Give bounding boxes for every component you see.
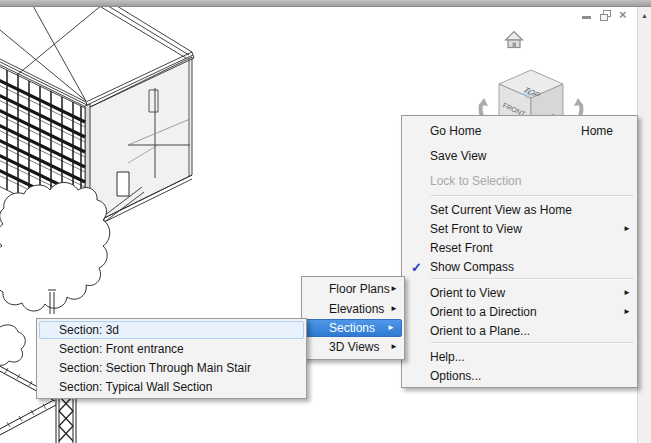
menu-item-orient-to-a-direction[interactable]: Orient to a Direction ►: [402, 302, 637, 321]
submenu-item-sections[interactable]: Sections ►: [304, 319, 402, 337]
menu-item-help[interactable]: Help...: [402, 347, 637, 366]
submenu-arrow-icon: ►: [623, 289, 631, 297]
menu-item-show-compass[interactable]: ✓ Show Compass: [402, 257, 637, 276]
submenu-arrow-icon: ►: [623, 308, 631, 316]
menu-separator: [430, 195, 634, 197]
submenu-item-section-front-entrance[interactable]: Section: Front entrance: [37, 339, 306, 358]
submenu-arrow-icon: ►: [390, 343, 398, 351]
submenu-item-section-typical-wall[interactable]: Section: Typical Wall Section: [37, 377, 306, 396]
scroll-up-icon[interactable]: ▲: [638, 7, 651, 19]
close-icon: ×: [619, 8, 627, 21]
close-button[interactable]: ×: [619, 10, 630, 21]
menu-item-set-front-to-view[interactable]: Set Front to View ►: [402, 219, 637, 238]
menu-item-orient-to-a-plane[interactable]: Orient to a Plane...: [402, 321, 637, 340]
menu-item-save-view[interactable]: Save View: [402, 143, 637, 168]
submenu-item-3d-views[interactable]: 3D Views ►: [302, 337, 404, 357]
menu-separator: [430, 278, 634, 280]
vertical-scrollbar[interactable]: ▲: [637, 7, 651, 443]
submenu-item-section-through-main-stair[interactable]: Section: Section Through Main Stair: [37, 358, 306, 377]
submenu-item-section-3d[interactable]: Section: 3d: [39, 321, 304, 339]
window-top-border: [0, 0, 651, 7]
minimize-icon: [582, 16, 591, 19]
submenu-item-floor-plans[interactable]: Floor Plans ►: [302, 279, 404, 299]
menu-item-reset-front[interactable]: Reset Front: [402, 238, 637, 257]
submenu-arrow-icon: ►: [390, 285, 398, 293]
application-window: TOP FRONT RIGHT × ▲ Go Home Home Save Vi…: [0, 0, 651, 443]
sections-submenu: Section: 3d Section: Front entrance Sect…: [36, 318, 307, 399]
submenu-arrow-icon: ►: [390, 305, 398, 313]
restore-button[interactable]: [600, 10, 611, 21]
view-window-controls: ×: [581, 10, 630, 21]
submenu-item-elevations[interactable]: Elevations ►: [302, 299, 404, 319]
menu-separator: [430, 342, 634, 344]
orient-to-view-submenu: Floor Plans ► Elevations ► Sections ► 3D…: [301, 276, 405, 360]
menu-item-lock-to-selection: Lock to Selection: [402, 168, 637, 193]
menu-item-options[interactable]: Options...: [402, 366, 637, 385]
menu-item-orient-to-view[interactable]: Orient to View ►: [402, 283, 637, 302]
menu-item-go-home[interactable]: Go Home Home: [402, 118, 637, 143]
minimize-button[interactable]: [581, 10, 592, 21]
viewcube-context-menu: Go Home Home Save View Lock to Selection…: [401, 115, 638, 388]
check-icon: ✓: [411, 259, 422, 274]
shortcut-home: Home: [581, 124, 629, 138]
submenu-arrow-icon: ►: [387, 324, 395, 332]
menu-item-set-current-view-as-home[interactable]: Set Current View as Home: [402, 200, 637, 219]
submenu-arrow-icon: ►: [623, 225, 631, 233]
home-icon[interactable]: [506, 32, 523, 48]
